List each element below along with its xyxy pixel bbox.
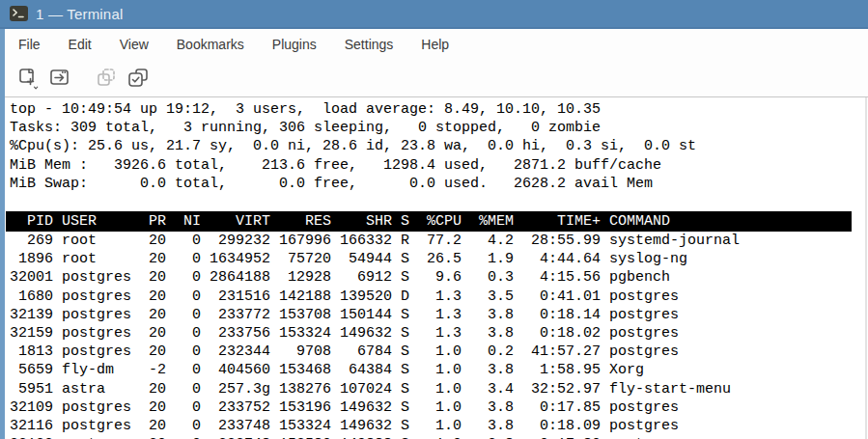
menu-file[interactable]: File [14,34,45,55]
process-row: 269 root 20 0 299232 167996 166332 R 77.… [10,232,740,250]
scrollbar-track[interactable] [865,97,867,439]
process-table-header-band: PID USER PR NI VIRT RES SHR S %CPU %MEM … [6,211,852,232]
top-summary: top - 10:49:54 up 19:12, 3 users, load a… [10,100,696,193]
window-title: 1 — Terminal [36,6,124,22]
menu-view[interactable]: View [115,34,154,55]
menu-help[interactable]: Help [416,34,454,55]
process-row: 1813 postgres 20 0 232344 9708 6784 S 1.… [10,343,740,361]
terminal-viewport[interactable]: top - 10:49:54 up 19:12, 3 users, load a… [5,96,868,439]
menu-bookmarks[interactable]: Bookmarks [172,34,249,55]
menu-edit[interactable]: Edit [64,34,97,55]
terminal-window: 1 — Terminal File Edit View Bookmarks Pl… [0,0,868,439]
process-row: 32159 postgres 20 0 233756 153324 149632… [10,324,740,343]
process-table-header: PID USER PR NI VIRT RES SHR S %CPU %MEM … [6,211,852,232]
menu-plugins[interactable]: Plugins [267,34,322,55]
terminal-app-icon [10,6,28,21]
toolbar [5,60,868,96]
process-row: 32116 postgres 20 0 233748 153324 149632… [10,417,740,435]
menubar: File Edit View Bookmarks Plugins Setting… [5,29,868,60]
copy-selection-button[interactable] [124,64,153,93]
top-swap-line: MiB Swap: 0.0 total, 0.0 free, 0.0 used.… [10,175,696,193]
top-uptime-line: top - 10:49:54 up 19:12, 3 users, load a… [10,100,696,119]
new-tab-button[interactable] [14,64,42,93]
process-row: 5659 fly-dm -2 0 404560 153468 64384 S 1… [10,361,740,379]
titlebar[interactable]: 1 — Terminal [0,0,868,29]
new-window-button[interactable] [45,64,74,93]
process-row: 1896 root 20 0 1634952 75720 54944 S 26.… [10,250,740,268]
process-row: 5951 astra 20 0 257.3g 138276 107024 S 1… [10,380,740,398]
process-row: 32109 postgres 20 0 233752 153196 149632… [10,398,740,417]
process-table: 269 root 20 0 299232 167996 166332 R 77.… [10,232,740,439]
menu-settings[interactable]: Settings [340,34,399,55]
process-row: 1680 postgres 20 0 231516 142188 139520 … [10,288,740,306]
clone-tab-button[interactable] [92,64,121,93]
process-row: 32139 postgres 20 0 233772 153708 150144… [10,306,740,324]
top-mem-line: MiB Mem : 3926.6 total, 213.6 free, 1298… [10,156,696,175]
top-cpu-line: %Cpu(s): 25.6 us, 21.7 sy, 0.0 ni, 28.6 … [10,137,696,155]
top-tasks-line: Tasks: 309 total, 3 running, 306 sleepin… [10,119,696,137]
process-row: 32001 postgres 20 0 2864188 12928 6912 S… [10,268,740,287]
process-row: 32123 postgres 20 0 233748 152580 149888… [10,435,740,439]
